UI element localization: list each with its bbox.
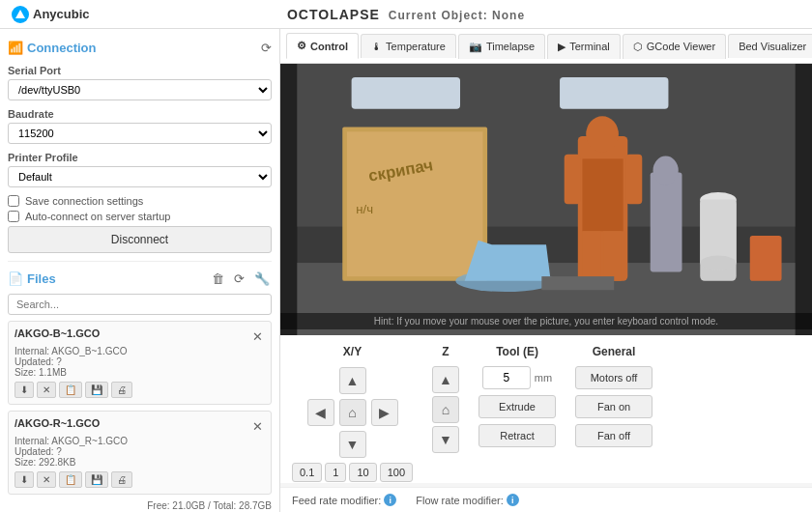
feed-rate-info-icon[interactable]: i xyxy=(384,494,396,506)
connection-title: 📶 Connection xyxy=(8,41,97,55)
step-1-btn[interactable]: 1 xyxy=(325,463,346,482)
tab-timelapse-icon: 📷 xyxy=(469,41,482,53)
file-download-btn-2[interactable]: ⬇ xyxy=(14,471,34,488)
tab-gcode-icon: ⬡ xyxy=(633,41,643,53)
logo: Anycubic xyxy=(12,6,90,23)
xy-control-group: X/Y ▲ ◀ ⌂ ▶ ▼ 0.1 1 xyxy=(292,345,413,473)
xy-down-btn[interactable]: ▼ xyxy=(339,431,366,458)
z-label: Z xyxy=(442,345,449,358)
tab-temperature[interactable]: 🌡 Temperature xyxy=(361,34,456,58)
serial-port-select[interactable]: /dev/ttyUSB0 xyxy=(8,79,272,100)
tool-value-input[interactable] xyxy=(482,366,531,389)
fan-off-button[interactable]: Fan off xyxy=(575,424,652,447)
nav-tabs: ⚙ Control 🌡 Temperature 📷 Timelapse ▶ Te… xyxy=(280,29,812,64)
search-input[interactable] xyxy=(8,294,272,315)
connection-icon: 📶 xyxy=(8,41,23,55)
file-sd-btn-1[interactable]: 💾 xyxy=(85,382,108,398)
z-down-btn[interactable]: ▼ xyxy=(432,426,459,453)
file-copy-btn-2[interactable]: 📋 xyxy=(59,471,82,488)
topbar: Anycubic OCTOLAPSE Current Object: None xyxy=(0,0,812,29)
xy-home-btn[interactable]: ⌂ xyxy=(339,399,366,426)
auto-connect-row: Auto-connect on server startup xyxy=(8,211,272,222)
webcam-container[interactable]: скрипач н/ч xyxy=(280,64,812,335)
serial-port-label: Serial Port xyxy=(8,65,272,76)
svg-rect-26 xyxy=(541,276,614,290)
xy-up-btn[interactable]: ▲ xyxy=(339,367,366,394)
xy-left-btn[interactable]: ◀ xyxy=(307,399,334,426)
retract-button[interactable]: Retract xyxy=(478,424,556,447)
file-size-1: Size: 1.1MB xyxy=(14,367,265,378)
motors-off-button[interactable]: Motors off xyxy=(575,366,652,389)
file-print-btn-1[interactable]: 🖨 xyxy=(111,382,132,398)
file-copy-btn-1[interactable]: 📋 xyxy=(59,382,82,398)
general-control-group: General Motors off Fan on Fan off xyxy=(575,345,652,473)
flow-rate-info-icon[interactable]: i xyxy=(507,494,519,506)
step-01-btn[interactable]: 0.1 xyxy=(292,463,322,482)
file-delete-btn-1[interactable]: ✕ xyxy=(37,382,56,398)
flow-rate-modifier: Flow rate modifier: i xyxy=(416,494,518,506)
svg-rect-15 xyxy=(582,231,600,281)
z-home-btn[interactable]: ⌂ xyxy=(432,396,459,423)
tab-terminal-icon: ▶ xyxy=(558,41,566,53)
files-delete-btn[interactable]: 🗑 xyxy=(210,270,226,288)
svg-point-24 xyxy=(700,256,736,270)
logo-text: Anycubic xyxy=(33,7,90,21)
printer-profile-label: Printer Profile xyxy=(8,152,272,163)
general-label: General xyxy=(593,345,636,358)
file-menu-btn-1[interactable]: ✕ xyxy=(250,327,265,346)
disconnect-button[interactable]: Disconnect xyxy=(8,226,272,253)
current-object: Current Object: None xyxy=(389,9,525,22)
step-10-btn[interactable]: 10 xyxy=(349,463,376,482)
file-updated-2: Updated: ? xyxy=(14,446,265,457)
tool-group: mm Extrude Retract xyxy=(478,366,556,447)
auto-connect-label: Auto-connect on server startup xyxy=(25,211,170,222)
file-menu-btn-2[interactable]: ✕ xyxy=(250,417,265,436)
svg-rect-23 xyxy=(700,200,736,264)
tab-control-icon: ⚙ xyxy=(297,40,306,52)
right-panel: ⚙ Control 🌡 Temperature 📷 Timelapse ▶ Te… xyxy=(280,29,812,512)
baudrate-select[interactable]: 115200 xyxy=(8,123,272,144)
file-print-btn-2[interactable]: 🖨 xyxy=(111,471,132,488)
z-up-btn[interactable]: ▲ xyxy=(432,366,459,393)
file-download-btn-1[interactable]: ⬇ xyxy=(14,382,34,398)
connection-header: 📶 Connection ⟳ xyxy=(8,37,272,59)
tab-gcode[interactable]: ⬡ GCode Viewer xyxy=(623,34,726,59)
file-actions-1: ⬇ ✕ 📋 💾 🖨 xyxy=(14,382,265,398)
auto-connect-checkbox[interactable] xyxy=(8,211,19,222)
files-settings-btn[interactable]: 🔧 xyxy=(252,270,272,288)
svg-rect-18 xyxy=(625,155,642,205)
tab-bed[interactable]: Bed Visualizer xyxy=(728,34,812,58)
modifier-row: Feed rate modifier: i Flow rate modifier… xyxy=(280,487,812,512)
general-group: Motors off Fan on Fan off xyxy=(575,366,652,447)
printer-profile-select[interactable]: Default xyxy=(8,166,272,187)
save-connection-label: Save connection settings xyxy=(25,195,143,207)
save-connection-checkbox[interactable] xyxy=(8,195,19,207)
tab-temp-icon: 🌡 xyxy=(371,41,382,52)
tab-terminal[interactable]: ▶ Terminal xyxy=(547,34,621,59)
tab-control[interactable]: ⚙ Control xyxy=(286,33,359,59)
svg-text:н/ч: н/ч xyxy=(356,202,373,216)
z-grid: ▲ ⌂ ▼ xyxy=(432,366,459,453)
file-sd-btn-2[interactable]: 💾 xyxy=(85,471,108,488)
main-layout: 📶 Connection ⟳ Serial Port /dev/ttyUSB0 … xyxy=(0,29,812,512)
file-actions-2: ⬇ ✕ 📋 💾 🖨 xyxy=(14,471,265,488)
file-name-1: /AKGO-B~1.GCO xyxy=(14,327,100,346)
xy-right-btn[interactable]: ▶ xyxy=(371,399,398,426)
logo-icon xyxy=(12,6,29,23)
fan-on-button[interactable]: Fan on xyxy=(575,395,652,418)
extrude-button[interactable]: Extrude xyxy=(478,395,556,418)
tab-timelapse[interactable]: 📷 Timelapse xyxy=(458,34,545,59)
step-100-btn[interactable]: 100 xyxy=(380,463,413,482)
file-size-2: Size: 292.8KB xyxy=(14,457,265,468)
file-delete-btn-2[interactable]: ✕ xyxy=(37,471,56,488)
files-refresh-btn[interactable]: ⟳ xyxy=(232,270,246,288)
z-control-group: Z ▲ ⌂ ▼ xyxy=(432,345,459,473)
connection-refresh-btn[interactable]: ⟳ xyxy=(261,41,272,55)
files-title[interactable]: 📄 Files xyxy=(8,271,56,286)
files-actions: 🗑 ⟳ 🔧 xyxy=(210,270,272,288)
print-scene: скрипач н/ч xyxy=(280,64,812,335)
baudrate-group: Baudrate 115200 xyxy=(8,108,272,144)
svg-marker-0 xyxy=(15,10,25,18)
file-item-1: /AKGO-B~1.GCO ✕ Internal: AKGO_B~1.GCO U… xyxy=(8,321,272,405)
file-internal-2: Internal: AKGO_R~1.GCO xyxy=(14,436,265,446)
